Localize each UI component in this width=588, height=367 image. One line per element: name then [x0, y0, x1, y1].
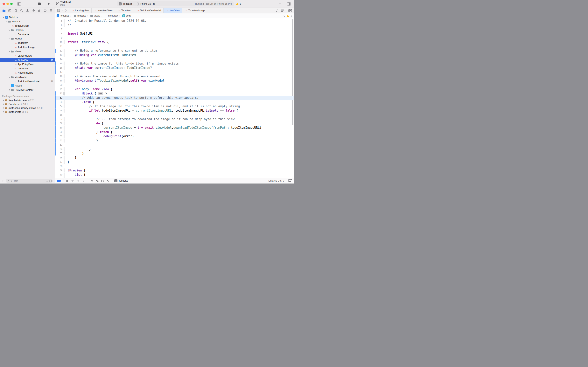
tests-navigator-icon[interactable]: [31, 8, 35, 13]
sidebar-item-LandingView[interactable]: LandingView: [0, 53, 55, 58]
code-line-62[interactable]: 62 }: [55, 138, 294, 143]
breakpoints-toggle-button[interactable]: [57, 180, 61, 182]
code-line-9[interactable]: 9: [55, 36, 294, 40]
code-line-59[interactable]: 59 currentItemImage = try await viewMode…: [55, 125, 294, 130]
code-line-10[interactable]: 10struct ItemView: View {: [55, 40, 294, 44]
zoom-window-button[interactable]: [10, 3, 13, 5]
swap-editor-icon[interactable]: [276, 9, 279, 12]
previous-issue-icon[interactable]: [283, 15, 285, 17]
code-line-54[interactable]: 54 // If the image URL for this to-do it…: [55, 104, 294, 108]
tab-LandingView[interactable]: LandingView: [69, 8, 92, 13]
step-into-icon[interactable]: [76, 179, 80, 182]
source-control-navigator-icon[interactable]: [8, 8, 12, 13]
breadcrumb-item-Views[interactable]: Views: [90, 14, 100, 17]
add-file-plus-icon[interactable]: [1, 180, 4, 182]
tab-ItemView[interactable]: ItemView: [164, 8, 182, 13]
sidebar-item-AppEntryView[interactable]: AppEntryView: [0, 62, 55, 66]
scm-status-filter-icon[interactable]: [49, 180, 52, 182]
filter-input[interactable]: Filter: [6, 179, 53, 183]
code-line-21[interactable]: 21 var body: some View {: [55, 87, 294, 91]
code-line-11[interactable]: 11: [55, 44, 294, 49]
code-line-19[interactable]: 19 @Environment(TodoListViewModel.self) …: [55, 79, 294, 83]
code-line-22[interactable]: 22› HStack { ••• }: [55, 91, 294, 96]
code-line-56[interactable]: 56: [55, 113, 294, 117]
code-line-52[interactable]: 52 // Adds an asynchronous task to perfo…: [55, 96, 294, 100]
pause-execution-icon[interactable]: [66, 179, 68, 182]
toggle-navigator-icon[interactable]: [17, 2, 21, 6]
memory-graph-icon[interactable]: [96, 179, 99, 182]
code-line-65[interactable]: 65 }: [55, 151, 294, 156]
go-back-icon[interactable]: [62, 9, 63, 12]
code-line-16[interactable]: 16 @State var currentItemImage: TodoItem…: [55, 66, 294, 70]
environment-overrides-icon[interactable]: [101, 179, 104, 182]
step-over-icon[interactable]: [71, 179, 74, 182]
breadcrumb-item-ItemView[interactable]: ItemView: [105, 14, 118, 17]
simulate-location-icon[interactable]: [107, 179, 109, 182]
package-item-swift-crypto[interactable]: swift-crypto3.4.0: [0, 110, 55, 114]
code-fold-pill[interactable]: •••: [98, 92, 103, 95]
code-line-55[interactable]: 55 if let todoItemImageURL = currentItem…: [55, 108, 294, 113]
hide-debug-area-icon[interactable]: [288, 179, 292, 182]
package-item-Supabase[interactable]: Supabase2.10.1: [0, 102, 55, 106]
fold-chevron-icon[interactable]: ›: [63, 92, 65, 95]
minimize-window-button[interactable]: [6, 3, 9, 5]
reports-navigator-icon[interactable]: [49, 8, 53, 13]
code-line-53[interactable]: 53 .task {: [55, 100, 294, 104]
issue-warning-icon[interactable]: !: [286, 15, 289, 17]
source-editor[interactable]: 5// Created by Russell Gordon on 2024-04…: [55, 18, 294, 178]
code-line-14[interactable]: 14: [55, 57, 294, 61]
code-line-69[interactable]: 69#Preview {: [55, 168, 294, 173]
code-line-64[interactable]: 64 }: [55, 147, 294, 151]
run-button[interactable]: [47, 2, 50, 5]
sidebar-item-TodoItemImage[interactable]: TodoItemImage: [0, 45, 55, 49]
scheme-selector[interactable]: TodoList 〉 iPhone 15 Pro Running TodoLis…: [117, 1, 234, 6]
code-line-60[interactable]: 60 } catch {: [55, 130, 294, 134]
recents-clock-icon[interactable]: [46, 180, 48, 182]
code-line-5[interactable]: 5// Created by Russell Gordon on 2024-04…: [55, 19, 294, 23]
code-line-61[interactable]: 61 debugPrint(error): [55, 134, 294, 138]
code-line-63[interactable]: 63: [55, 143, 294, 147]
view-hierarchy-icon[interactable]: [90, 179, 93, 182]
code-line-13[interactable]: 13 @Binding var currentItem: TodoItem: [55, 53, 294, 57]
stop-button[interactable]: [38, 2, 41, 5]
running-process[interactable]: TodoList: [114, 179, 128, 182]
code-line-8[interactable]: 8import SwiftUI: [55, 32, 294, 36]
code-line-20[interactable]: 20: [55, 83, 294, 87]
sidebar-item-Helpers[interactable]: Helpers: [0, 28, 55, 32]
toggle-inspector-icon[interactable]: [287, 2, 291, 6]
sidebar-item-TodoListViewModel[interactable]: TodoListViewModelM: [0, 79, 55, 83]
issues-navigator-icon[interactable]: [25, 8, 30, 13]
go-forward-icon[interactable]: [65, 9, 67, 12]
code-line-67[interactable]: 67}: [55, 160, 294, 164]
code-line-70[interactable]: 70 List {: [55, 173, 294, 177]
sidebar-item-ItemView[interactable]: ItemViewM: [0, 58, 55, 62]
warning-summary[interactable]: ! 1: [236, 2, 241, 5]
package-item-swift-concurrency-extras[interactable]: swift-concurrency-extras1.1.0: [0, 106, 55, 110]
find-navigator-icon[interactable]: [19, 8, 24, 13]
breadcrumb-item-body[interactable]: Pbody: [122, 14, 131, 17]
run-destination[interactable]: iPhone 15 Pro: [140, 2, 155, 5]
bookmarks-navigator-icon[interactable]: [14, 8, 18, 13]
code-line-6[interactable]: 6//: [55, 23, 294, 27]
code-line-18[interactable]: 18 // Access the view model through the …: [55, 74, 294, 79]
code-line-58[interactable]: 58 do {: [55, 121, 294, 125]
next-issue-icon[interactable]: [291, 15, 293, 17]
sidebar-item-NewItemView[interactable]: NewItemView: [0, 71, 55, 75]
code-line-15[interactable]: 15 // Holds the image for this to-do ite…: [55, 61, 294, 66]
code-line-66[interactable]: 66 }: [55, 156, 294, 160]
scheme-name[interactable]: TodoList: [123, 2, 132, 5]
close-window-button[interactable]: [2, 3, 5, 5]
breadcrumb-item-TodoList[interactable]: TodoList: [74, 14, 86, 17]
code-line-7[interactable]: 7: [55, 27, 294, 32]
filter-options-icon[interactable]: [7, 180, 12, 182]
sidebar-item-Preview-Content[interactable]: Preview Content: [0, 88, 55, 92]
tab-NewItemView[interactable]: NewItemView: [92, 8, 115, 13]
breadcrumb-item-TodoList[interactable]: TodoList: [57, 14, 69, 17]
sidebar-item-Supabase[interactable]: Supabase: [0, 32, 55, 36]
step-out-icon[interactable]: [82, 179, 85, 182]
package-item-KeychainAccess[interactable]: KeychainAccess4.2.2: [0, 98, 55, 102]
editor-options-icon[interactable]: [281, 9, 284, 12]
sidebar-item-AuthView[interactable]: AuthView: [0, 66, 55, 71]
tab-TodoItem[interactable]: TodoItem: [115, 8, 134, 13]
breakpoints-navigator-icon[interactable]: [43, 8, 47, 13]
